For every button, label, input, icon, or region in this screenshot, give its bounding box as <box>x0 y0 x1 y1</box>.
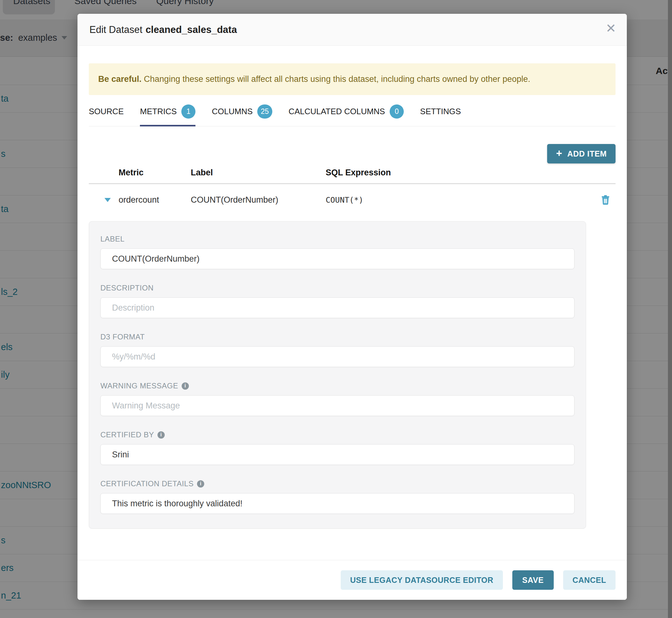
active-tab-indicator <box>140 125 195 126</box>
collapse-caret-icon[interactable] <box>104 198 111 202</box>
use-legacy-datasource-editor-button[interactable]: USE LEGACY DATASOURCE EDITOR <box>341 570 503 590</box>
modal-body: Be careful. Changing these settings will… <box>78 63 627 529</box>
metric-detail-panel: LABEL DESCRIPTION D3 FORMAT WARNING MESS… <box>89 221 586 529</box>
label-field-caption: LABEL <box>100 235 124 243</box>
close-icon[interactable]: ✕ <box>605 22 616 34</box>
tab-columns-badge: 25 <box>257 104 272 119</box>
add-item-row: + ADD ITEM <box>89 144 615 164</box>
certification-details-input[interactable] <box>100 493 574 514</box>
metric-column-header: Metric <box>119 168 191 178</box>
modal-title-prefix: Edit Dataset <box>89 24 142 35</box>
info-icon[interactable]: i <box>182 383 189 390</box>
field-certification-details: CERTIFICATION DETAILS i <box>100 479 574 514</box>
metric-sql-cell: COUNT(*) <box>326 195 595 205</box>
metric-row: ordercount COUNT(OrderNumber) COUNT(*) <box>89 184 615 215</box>
d3-format-input[interactable] <box>100 346 574 367</box>
tab-settings-label: SETTINGS <box>420 107 461 116</box>
label-input[interactable] <box>100 248 574 269</box>
info-icon[interactable]: i <box>197 480 204 488</box>
certified-by-field-caption: CERTIFIED BY <box>100 430 154 439</box>
certification-details-field-caption: CERTIFICATION DETAILS <box>100 479 194 488</box>
tab-calculated-columns-label: CALCULATED COLUMNS <box>289 107 385 116</box>
plus-icon: + <box>556 147 562 160</box>
modal-tabs: SOURCE METRICS 1 COLUMNS 25 CALCULATED C… <box>89 104 615 126</box>
field-label: LABEL <box>100 235 574 269</box>
label-column-header: Label <box>191 168 326 178</box>
metric-name-cell: ordercount <box>119 195 191 205</box>
info-icon[interactable]: i <box>158 431 165 438</box>
delete-metric-button[interactable] <box>601 195 610 205</box>
modal-footer: USE LEGACY DATASOURCE EDITOR SAVE CANCEL <box>78 560 627 600</box>
field-d3-format: D3 FORMAT <box>100 332 574 367</box>
tab-source-label: SOURCE <box>89 107 124 116</box>
tab-source[interactable]: SOURCE <box>89 104 124 126</box>
metric-label-cell: COUNT(OrderNumber) <box>191 195 326 205</box>
edit-dataset-modal: Edit Dataset cleaned_sales_data ✕ Be car… <box>78 14 627 600</box>
field-certified-by: CERTIFIED BY i <box>100 430 574 465</box>
modal-title-dataset-name: cleaned_sales_data <box>146 24 237 35</box>
warning-message-input[interactable] <box>100 395 574 416</box>
field-description: DESCRIPTION <box>100 284 574 318</box>
warning-banner-bold: Be careful. <box>98 74 141 84</box>
sql-expression-column-header: SQL Expression <box>326 168 595 178</box>
add-item-label: ADD ITEM <box>567 149 607 159</box>
tab-settings[interactable]: SETTINGS <box>420 104 461 126</box>
description-field-caption: DESCRIPTION <box>100 284 154 292</box>
trash-icon <box>601 195 610 205</box>
d3-format-field-caption: D3 FORMAT <box>100 332 145 341</box>
tab-metrics-label: METRICS <box>140 107 177 116</box>
modal-header: Edit Dataset cleaned_sales_data <box>78 14 627 46</box>
tab-columns-label: COLUMNS <box>212 107 253 116</box>
tab-metrics-badge: 1 <box>181 104 195 119</box>
cancel-button[interactable]: CANCEL <box>563 570 615 590</box>
certified-by-input[interactable] <box>100 444 574 465</box>
warning-banner-text: Changing these settings will affect all … <box>141 74 530 84</box>
tab-calculated-columns[interactable]: CALCULATED COLUMNS 0 <box>289 104 404 126</box>
save-button[interactable]: SAVE <box>512 570 554 590</box>
tab-columns[interactable]: COLUMNS 25 <box>212 104 272 126</box>
metrics-table-header: Metric Label SQL Expression <box>89 168 615 184</box>
tab-metrics[interactable]: METRICS 1 <box>140 104 195 126</box>
warning-message-field-caption: WARNING MESSAGE <box>100 382 178 390</box>
warning-banner: Be careful. Changing these settings will… <box>89 63 615 95</box>
description-input[interactable] <box>100 297 574 318</box>
field-warning-message: WARNING MESSAGE i <box>100 382 574 416</box>
add-item-button[interactable]: + ADD ITEM <box>547 144 615 164</box>
tab-calculated-columns-badge: 0 <box>390 104 404 119</box>
